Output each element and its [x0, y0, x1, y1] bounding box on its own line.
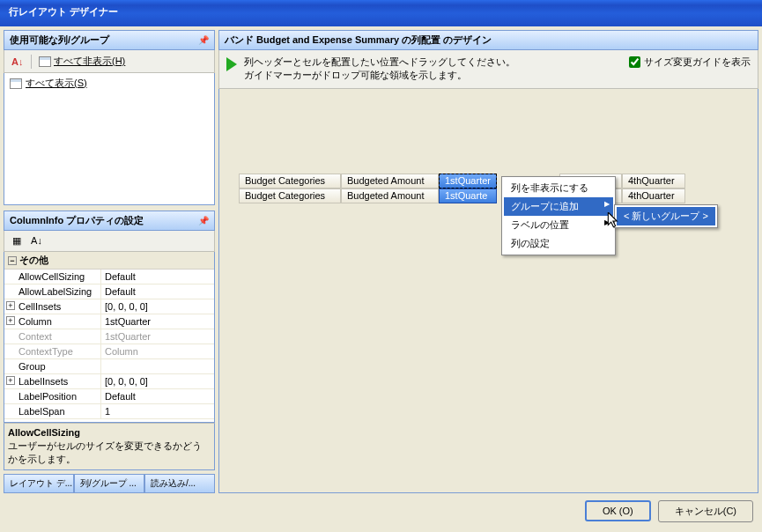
property-toolbar: ▦ A↓ — [4, 231, 215, 252]
hide-all-button[interactable]: すべて非表示(H) — [35, 53, 129, 70]
design-toolbar: 列ヘッダーとセルを配置したい位置へドラッグしてください。 ガイドマーカーがドロッ… — [218, 50, 758, 89]
properties-header: ColumnInfo プロパティの設定 📌 — [4, 211, 215, 231]
tab-load[interactable]: 読み込み/... — [144, 474, 215, 493]
submenu-new-group[interactable]: < 新しいグループ > — [617, 207, 715, 225]
design-header: バンド Budget and Expense Summary の列配置 のデザイ… — [218, 30, 758, 50]
menu-label-position[interactable]: ラベルの位置 — [504, 216, 613, 234]
menu-column-settings[interactable]: 列の設定 — [504, 234, 613, 253]
col-header[interactable]: 4thQuarter — [622, 174, 685, 188]
window-title: 行レイアウト デザイナー — [9, 6, 118, 17]
left-toolbar: A↓ すべて非表示(H) — [4, 50, 215, 73]
col-header[interactable]: Budgeted Amount — [341, 174, 439, 188]
ok-button[interactable]: OK (O) — [585, 500, 651, 521]
pin-icon[interactable]: 📌 — [198, 216, 209, 225]
show-all-item[interactable]: すべて表示(S) — [6, 75, 212, 92]
property-row[interactable]: Group — [4, 359, 214, 374]
context-submenu[interactable]: < 新しいグループ > — [614, 204, 718, 228]
property-row[interactable]: +CellInsets[0, 0, 0, 0] — [4, 299, 214, 314]
alpha-button[interactable]: A↓ — [27, 233, 46, 248]
cancel-button[interactable]: キャンセル(C) — [658, 500, 753, 522]
tab-layout[interactable]: レイアウト デ... — [4, 474, 74, 493]
col-cell[interactable]: Budgeted Amount — [341, 188, 439, 203]
property-row[interactable]: +LabelInsets[0, 0, 0, 0] — [4, 374, 214, 389]
columns-tree[interactable]: すべて表示(S) — [4, 73, 215, 205]
property-row[interactable]: LabelPositionDefault — [4, 389, 214, 404]
menu-add-to-group[interactable]: グループに追加 — [504, 197, 613, 216]
bottom-tabs: レイアウト デ... 列/グループ ... 読み込み/... — [4, 474, 215, 493]
col-cell[interactable]: 4thOuarter — [622, 188, 685, 203]
col-cell-selected[interactable]: 1stQuarte — [439, 188, 497, 203]
context-menu[interactable]: 列を非表示にする グループに追加 ラベルの位置 列の設定 — [501, 176, 616, 255]
property-grid[interactable]: −その他 AllowCellSizingDefaultAllowLabelSiz… — [4, 252, 215, 423]
sort-button[interactable]: A↓ — [8, 55, 27, 69]
property-row[interactable]: ContextTypeColumn — [4, 344, 214, 359]
show-guides-checkbox[interactable]: サイズ変更ガイドを表示 — [629, 55, 751, 69]
grid-icon — [39, 56, 51, 67]
property-help: AllowCellSizing ユーザーがセルのサイズを変更できるかどうかを示し… — [4, 423, 215, 470]
checkbox-input[interactable] — [629, 56, 640, 68]
design-hint: 列ヘッダーとセルを配置したい位置へドラッグしてください。 ガイドマーカーがドロッ… — [244, 55, 622, 83]
col-header-selected[interactable]: 1stQuarter — [439, 174, 497, 188]
design-canvas[interactable]: Budget Categories Budgeted Amount 1stQua… — [218, 89, 758, 493]
property-row[interactable]: +Column1stQuarter — [4, 314, 214, 329]
property-row[interactable]: AllowLabelSizingDefault — [4, 284, 214, 299]
play-icon — [226, 57, 237, 71]
menu-hide-column[interactable]: 列を非表示にする — [504, 179, 613, 197]
property-row[interactable]: AllowCellSizingDefault — [4, 270, 214, 284]
property-row[interactable]: LabelSpan1 — [4, 404, 214, 419]
property-row[interactable]: Context1stQuarter — [4, 329, 214, 344]
category-row[interactable]: −その他 — [4, 252, 214, 270]
window-titlebar: 行レイアウト デザイナー — [0, 0, 762, 26]
col-cell[interactable]: Budget Categories — [239, 188, 341, 203]
available-columns-header: 使用可能な列/グループ 📌 — [4, 30, 215, 50]
tab-groups[interactable]: 列/グループ ... — [74, 474, 144, 493]
dialog-footer: OK (O) キャンセル(C) — [0, 493, 762, 528]
col-header[interactable]: Budget Categories — [239, 174, 341, 188]
pin-icon[interactable]: 📌 — [198, 35, 209, 45]
categorize-button[interactable]: ▦ — [9, 233, 25, 248]
grid-icon — [10, 78, 22, 89]
